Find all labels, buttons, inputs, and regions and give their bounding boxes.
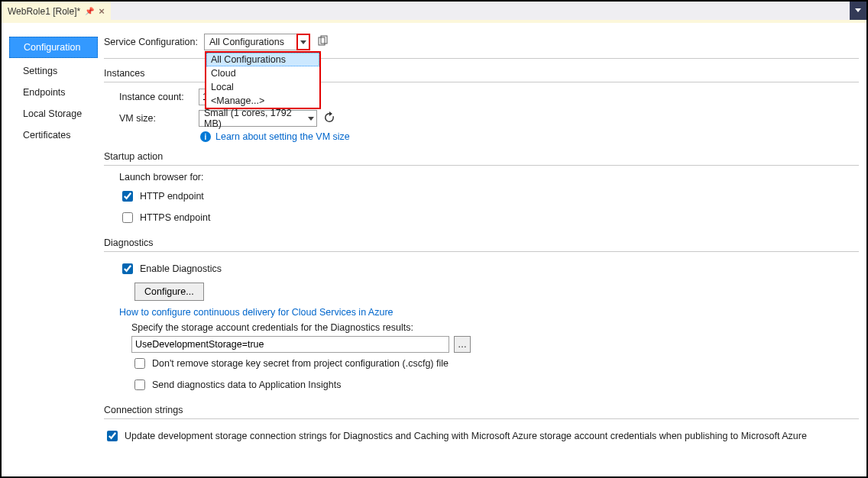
sidebar-nav: Configuration Settings Endpoints Local S… xyxy=(2,23,104,476)
copy-config-icon[interactable] xyxy=(316,35,329,50)
separator xyxy=(104,165,859,166)
http-endpoint-checkbox[interactable]: HTTP endpoint xyxy=(119,189,204,204)
https-endpoint-input[interactable] xyxy=(122,212,133,223)
vm-size-combo[interactable]: Small (1 cores, 1792 MB) xyxy=(199,110,317,127)
dropdown-option[interactable]: All Configurations xyxy=(206,53,319,66)
enable-diagnostics-checkbox[interactable]: Enable Diagnostics xyxy=(119,261,222,276)
configure-button[interactable]: Configure... xyxy=(134,283,204,301)
connection-strings-title: Connection strings xyxy=(104,405,859,415)
storage-credentials-label: Specify the storage account credentials … xyxy=(131,322,859,333)
dont-remove-key-checkbox[interactable]: Don't remove storage key secret from pro… xyxy=(131,356,449,371)
sidebar-item-label: Certificates xyxy=(23,130,71,140)
refresh-icon[interactable] xyxy=(323,111,335,126)
vm-size-learn-link[interactable]: Learn about setting the VM size xyxy=(215,131,350,142)
storage-credentials-input[interactable] xyxy=(131,336,449,353)
separator xyxy=(104,418,859,419)
document-tab[interactable]: WebRole1 [Role]* 📌 × xyxy=(2,2,111,20)
sidebar-item-label: Local Storage xyxy=(23,108,82,119)
http-endpoint-input[interactable] xyxy=(122,191,133,202)
dont-remove-key-text: Don't remove storage key secret from pro… xyxy=(152,358,449,369)
sidebar-item-local-storage[interactable]: Local Storage xyxy=(2,103,104,124)
vm-size-label: VM size: xyxy=(119,113,193,124)
https-endpoint-text: HTTPS endpoint xyxy=(140,212,210,223)
separator xyxy=(104,251,859,252)
service-config-combo[interactable]: All Configurations All Configurations Cl… xyxy=(204,34,310,50)
vm-size-value: Small (1 cores, 1792 MB) xyxy=(199,108,306,129)
info-icon: i xyxy=(200,131,211,142)
sidebar-item-certificates[interactable]: Certificates xyxy=(2,124,104,146)
service-config-dropdown: All Configurations Cloud Local <Manage..… xyxy=(205,51,321,109)
dropdown-toggle[interactable] xyxy=(296,34,310,50)
dropdown-option[interactable]: Cloud xyxy=(206,66,319,80)
diagnostics-title: Diagnostics xyxy=(104,237,859,248)
instance-count-label: Instance count: xyxy=(119,92,193,102)
sidebar-item-configuration[interactable]: Configuration xyxy=(9,37,98,58)
http-endpoint-text: HTTP endpoint xyxy=(140,191,204,202)
continuous-delivery-link[interactable]: How to configure continuous delivery for… xyxy=(119,307,394,318)
update-connection-strings-input[interactable] xyxy=(107,431,118,441)
dont-remove-key-input[interactable] xyxy=(134,358,145,369)
launch-browser-label: Launch browser for: xyxy=(119,172,859,182)
sidebar-item-endpoints[interactable]: Endpoints xyxy=(2,82,104,103)
chevron-down-icon xyxy=(308,117,314,121)
tab-overflow-button[interactable] xyxy=(850,2,866,20)
service-config-value: All Configurations xyxy=(205,37,296,47)
https-endpoint-checkbox[interactable]: HTTPS endpoint xyxy=(119,210,210,225)
document-tab-title: WebRole1 [Role]* xyxy=(8,6,80,17)
pin-icon[interactable]: 📌 xyxy=(85,7,94,15)
sidebar-item-label: Configuration xyxy=(24,42,80,53)
sidebar-item-settings[interactable]: Settings xyxy=(2,60,104,82)
close-icon[interactable]: × xyxy=(99,5,105,17)
service-config-label: Service Configuration: xyxy=(104,37,198,47)
update-connection-strings-text: Update development storage connection st… xyxy=(125,431,807,441)
chevron-down-icon xyxy=(855,8,861,12)
update-connection-strings-checkbox[interactable]: Update development storage connection st… xyxy=(104,428,807,444)
sidebar-item-label: Settings xyxy=(23,66,57,76)
dropdown-option[interactable]: Local xyxy=(206,80,319,94)
sidebar-item-label: Endpoints xyxy=(23,87,66,98)
send-ai-checkbox[interactable]: Send diagnostics data to Application Ins… xyxy=(131,377,341,392)
dropdown-option[interactable]: <Manage...> xyxy=(206,94,319,108)
chevron-down-icon xyxy=(300,40,306,44)
document-tab-bar: WebRole1 [Role]* 📌 × xyxy=(2,2,866,20)
send-ai-text: Send diagnostics data to Application Ins… xyxy=(152,379,341,390)
enable-diagnostics-text: Enable Diagnostics xyxy=(140,263,222,274)
enable-diagnostics-input[interactable] xyxy=(122,263,133,274)
content-panel: Service Configuration: All Configuration… xyxy=(104,23,866,476)
send-ai-input[interactable] xyxy=(134,379,145,390)
startup-title: Startup action xyxy=(104,151,859,162)
storage-browse-button[interactable]: … xyxy=(454,336,471,353)
dropdown-toggle[interactable] xyxy=(306,111,316,126)
